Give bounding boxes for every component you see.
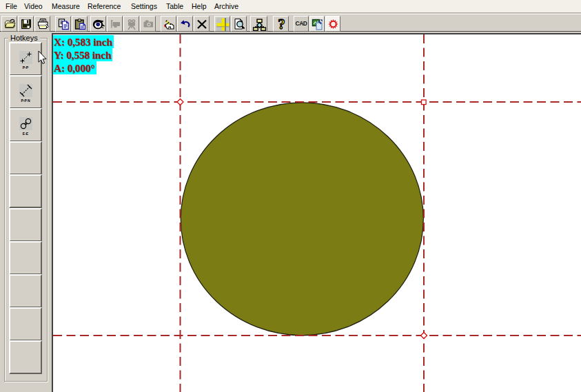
svg-text:?: ?: [278, 18, 285, 31]
